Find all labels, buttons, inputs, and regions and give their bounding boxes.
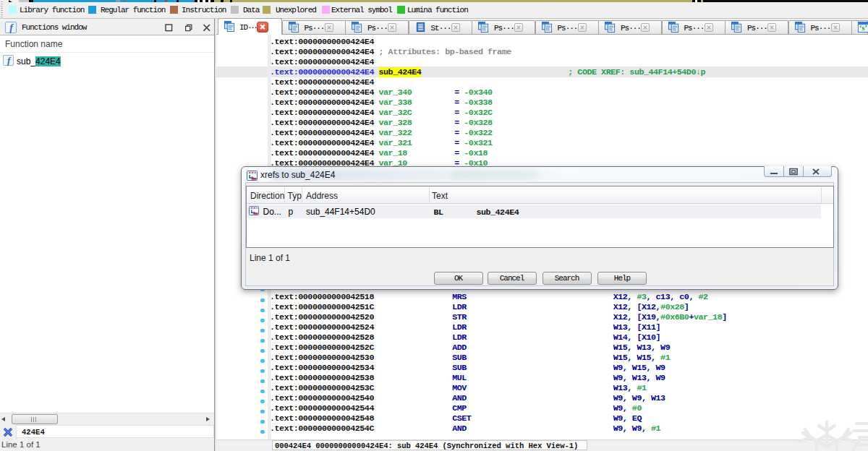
svg-text:‘s’: ‘s’: [859, 24, 867, 32]
